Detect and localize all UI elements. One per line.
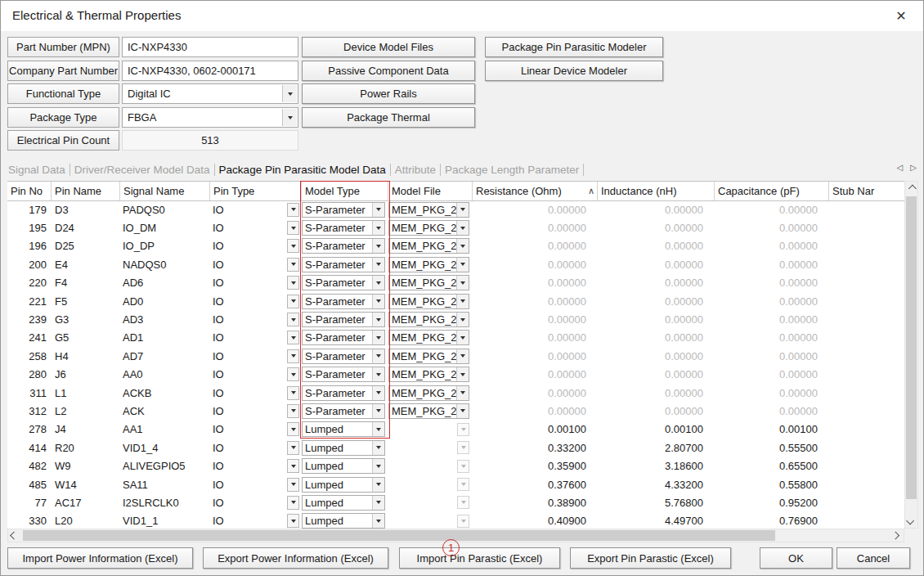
cell-capacitance[interactable]: 0.00000 (715, 347, 829, 365)
model-file-select[interactable]: MEM_PKG_2 (388, 238, 469, 254)
model-type-select[interactable]: S-Parameter (302, 403, 385, 419)
cell-stub-narrow[interactable] (829, 347, 904, 365)
model-file-select[interactable]: MEM_PKG_2 (388, 349, 469, 364)
tab-package-length-parameter[interactable]: Package Length Parameter (441, 164, 583, 176)
chevron-down-icon[interactable] (456, 276, 469, 290)
chevron-down-icon[interactable] (287, 203, 299, 217)
chevron-down-icon[interactable] (287, 386, 299, 400)
chevron-down-icon[interactable] (457, 478, 469, 491)
import-pin-parastic-button[interactable]: Import Pin Parastic (Excel) (399, 547, 560, 569)
cell-stub-narrow[interactable] (829, 475, 904, 493)
cell-capacitance[interactable]: 0.55500 (715, 439, 829, 457)
chevron-down-icon[interactable] (372, 203, 384, 217)
label-part-number[interactable]: Part Number (MPN) (7, 37, 119, 57)
model-type-select[interactable]: Lumped (302, 458, 385, 474)
cell-stub-narrow[interactable] (829, 421, 904, 439)
chevron-down-icon[interactable] (287, 514, 299, 528)
cell-capacitance[interactable]: 0.00000 (715, 310, 829, 328)
chevron-down-icon[interactable] (456, 203, 469, 217)
chevron-down-icon[interactable] (287, 496, 299, 510)
cell-capacitance[interactable]: 0.00000 (715, 292, 829, 310)
label-electrical-pin-count[interactable]: Electrical Pin Count (7, 130, 119, 151)
cell-capacitance[interactable]: 0.00000 (715, 255, 829, 273)
col-model-file[interactable]: Model File (388, 182, 473, 200)
cell-resistance[interactable]: 0.00000 (473, 384, 598, 402)
pin-type-select[interactable]: IO (210, 310, 302, 328)
cell-inductance[interactable]: 4.33200 (598, 475, 715, 493)
cell-inductance[interactable]: 0.00000 (598, 292, 715, 310)
model-file-select[interactable]: MEM_PKG_2 (388, 257, 469, 272)
pin-type-select[interactable]: IO (210, 292, 302, 310)
col-signal-name[interactable]: Signal Name (120, 182, 210, 200)
chevron-down-icon[interactable] (372, 258, 384, 272)
label-package-type[interactable]: Package Type (7, 107, 119, 128)
cell-capacitance[interactable]: 0.00000 (715, 237, 829, 255)
scroll-down-button[interactable] (905, 514, 917, 528)
cell-resistance[interactable]: 0.00000 (473, 347, 598, 365)
cell-stub-narrow[interactable] (829, 274, 904, 292)
chevron-down-icon[interactable] (287, 459, 299, 473)
chevron-down-icon[interactable] (372, 441, 384, 455)
cell-capacitance[interactable]: 0.00000 (715, 366, 829, 384)
package-thermal-button[interactable]: Package Thermal (302, 107, 475, 128)
cell-inductance[interactable]: 4.49700 (598, 512, 715, 529)
vertical-scrollbar[interactable] (904, 181, 918, 529)
table-row[interactable]: 485 W14 SA11 IO Lumped 0.37600 4.33200 (7, 475, 904, 493)
pin-type-select[interactable]: IO (210, 218, 302, 236)
chevron-down-icon[interactable] (372, 276, 384, 290)
horizontal-scrollbar[interactable] (7, 529, 904, 542)
chevron-down-icon[interactable] (456, 313, 469, 326)
model-file-select[interactable]: MEM_PKG_2 (388, 312, 469, 327)
model-type-select[interactable]: Lumped (302, 440, 385, 456)
col-pin-no[interactable]: Pin No (7, 182, 52, 200)
model-file-select[interactable] (388, 458, 469, 474)
model-file-select[interactable] (388, 495, 469, 511)
pin-type-select[interactable]: IO (210, 493, 302, 511)
chevron-down-icon[interactable] (287, 331, 299, 344)
chevron-down-icon[interactable] (456, 386, 469, 400)
pin-type-select[interactable]: IO (210, 255, 302, 273)
pin-type-select[interactable]: IO (210, 237, 302, 255)
cell-resistance[interactable]: 0.35900 (473, 457, 598, 475)
cell-inductance[interactable]: 0.00000 (598, 366, 715, 384)
pin-type-select[interactable]: IO (210, 457, 302, 475)
col-resistance[interactable]: Resistance (Ohm) ∧ (473, 182, 598, 200)
cell-resistance[interactable]: 0.33200 (473, 439, 598, 457)
cell-stub-narrow[interactable] (829, 384, 904, 402)
chevron-down-icon[interactable] (456, 258, 469, 272)
col-stub-narrow[interactable]: Stub Nar (829, 182, 904, 200)
model-type-select[interactable]: S-Parameter (302, 275, 385, 290)
table-row[interactable]: 330 L20 VID1_1 IO Lumped 0.40900 4.497 (7, 512, 904, 529)
table-row[interactable]: 312 L2 ACK IO S-Parameter MEM_PKG_2 0.00… (7, 402, 904, 420)
model-file-select[interactable] (388, 477, 469, 493)
cell-resistance[interactable]: 0.38900 (473, 493, 598, 511)
cell-stub-narrow[interactable] (829, 439, 904, 457)
cell-resistance[interactable]: 0.00000 (473, 200, 598, 218)
chevron-down-icon[interactable] (282, 85, 297, 102)
chevron-down-icon[interactable] (372, 478, 384, 492)
table-row[interactable]: 241 G5 AD1 IO S-Parameter MEM_PKG_2 0.00… (7, 329, 904, 347)
col-capacitance[interactable]: Capacitance (pF) (715, 182, 829, 200)
cell-inductance[interactable]: 0.00000 (598, 384, 715, 402)
chevron-down-icon[interactable] (287, 276, 299, 290)
cell-capacitance[interactable]: 0.00000 (715, 218, 829, 236)
cell-capacitance[interactable]: 0.00000 (715, 384, 829, 402)
cell-capacitance[interactable]: 0.00000 (715, 402, 829, 420)
linear-device-modeler-button[interactable]: Linear Device Modeler (485, 61, 663, 81)
model-type-select[interactable]: S-Parameter (302, 202, 385, 218)
cell-capacitance[interactable]: 0.55800 (715, 475, 829, 493)
chevron-down-icon[interactable] (287, 422, 299, 436)
company-part-number-field[interactable]: IC-NXP4330, 0602-000171 (122, 61, 298, 81)
chevron-down-icon[interactable] (457, 496, 469, 509)
cell-capacitance[interactable]: 0.65500 (715, 457, 829, 475)
chevron-down-icon[interactable] (457, 423, 469, 436)
pin-type-select[interactable]: IO (210, 274, 302, 292)
scroll-right-button[interactable] (890, 529, 904, 542)
chevron-down-icon[interactable] (287, 258, 299, 272)
chevron-down-icon[interactable] (372, 404, 384, 418)
model-file-select[interactable]: MEM_PKG_2 (388, 202, 469, 218)
cell-resistance[interactable]: 0.00000 (473, 329, 598, 347)
sort-ascending-icon[interactable]: ∧ (588, 186, 597, 196)
cell-inductance[interactable]: 0.00000 (598, 310, 715, 328)
chevron-down-icon[interactable] (372, 422, 384, 436)
